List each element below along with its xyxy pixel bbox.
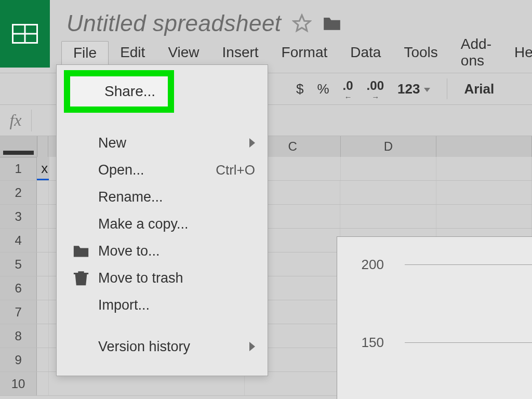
cell[interactable]: x [37,157,49,180]
menu-format[interactable]: Format [270,41,339,64]
menu-addons[interactable]: Add-ons [449,33,503,72]
cell[interactable] [340,205,436,228]
file-menu-make-copy[interactable]: Make a copy... [57,210,268,237]
row-header[interactable]: 10 [0,372,37,395]
column-header-e[interactable] [436,136,532,157]
select-all-corner[interactable] [0,136,37,157]
chart-y-tick: 200 [353,257,384,273]
row-header[interactable]: 2 [0,181,37,204]
star-icon[interactable] [292,14,312,33]
menu-view[interactable]: View [156,41,210,64]
file-menu-open-shortcut: Ctrl+O [216,162,255,178]
more-formats-button[interactable]: 123 [397,81,430,97]
file-menu-import-label: Import... [98,297,150,313]
increase-decimal-icon: .00 [367,78,384,93]
chevron-right-icon [249,342,255,351]
cell[interactable] [37,324,49,348]
file-menu-import[interactable]: Import... [57,291,268,318]
increase-decimal-button[interactable]: .00 → [367,78,384,99]
cell[interactable] [37,348,49,371]
file-menu-version-history[interactable]: Version history [57,333,268,360]
cell[interactable] [37,300,49,324]
currency-icon: $ [296,81,303,97]
file-menu-move-to[interactable]: Move to... [57,237,268,264]
sheets-logo[interactable] [0,0,50,68]
file-menu-share-label: Share... [104,83,155,100]
file-menu-make-copy-label: Make a copy... [98,216,189,232]
file-menu-move-to-trash[interactable]: Move to trash [57,264,268,291]
file-menu-new-label: New [98,135,126,151]
column-header-d[interactable]: D [341,136,436,157]
menu-insert[interactable]: Insert [211,41,270,64]
file-menu-new[interactable]: New [57,129,268,156]
font-family-label: Arial [464,81,494,97]
menu-file[interactable]: File [61,41,109,64]
header: Untitled spreadsheet File Edit View Inse… [0,0,532,68]
file-menu-rename-label: Rename... [98,189,163,205]
fx-label: fx [0,111,31,130]
cell[interactable] [436,157,532,180]
file-menu-rename[interactable]: Rename... [57,183,268,210]
row-header[interactable]: 8 [0,324,37,348]
row-header[interactable]: 6 [0,276,37,300]
folder-icon [72,242,90,260]
row-header[interactable]: 5 [0,252,37,276]
row-header[interactable]: 4 [0,229,37,252]
row-header[interactable]: 7 [0,300,37,324]
file-menu-version-history-label: Version history [98,339,190,355]
toolbar-separator [447,78,447,99]
menu-data[interactable]: Data [339,41,392,64]
tutorial-highlight: Share... [64,70,174,113]
decrease-decimal-icon: .0 [343,78,353,93]
arrow-left-icon: ← [344,95,352,99]
file-menu-share[interactable]: Share... [57,65,268,115]
file-menu-open-label: Open... [98,162,144,178]
row-header[interactable]: 1 [0,157,37,180]
row-header[interactable]: 3 [0,205,37,228]
file-menu-move-to-label: Move to... [98,243,160,259]
percent-icon: % [317,81,329,97]
decrease-decimal-button[interactable]: .0 ← [343,78,353,99]
sheets-logo-icon [12,24,38,44]
chart-gridline [405,264,532,265]
menu-help[interactable]: Help [503,41,532,64]
svg-marker-0 [294,15,310,31]
font-family-select[interactable]: Arial [464,81,494,97]
menu-edit[interactable]: Edit [109,41,156,64]
cell[interactable] [37,276,49,300]
trash-icon [72,269,90,287]
cell[interactable] [37,229,49,252]
format-percent-button[interactable]: % [317,81,329,97]
format-currency-button[interactable]: $ [296,81,303,97]
cell[interactable] [341,157,436,180]
cell[interactable] [340,181,436,204]
menubar: File Edit View Insert Format Data Tools … [61,41,527,64]
cell[interactable] [37,372,49,395]
chart-gridline [405,342,532,343]
cell[interactable] [37,205,49,228]
embedded-chart[interactable]: 200 150 [337,236,532,399]
menu-tools[interactable]: Tools [392,41,449,64]
more-formats-label: 123 [397,81,420,97]
move-folder-icon[interactable] [322,15,342,32]
file-menu-move-to-trash-label: Move to trash [98,270,183,286]
chevron-down-icon [424,88,430,92]
file-menu-open[interactable]: Open... Ctrl+O [57,156,268,183]
cell[interactable] [37,252,49,276]
chart-y-tick: 150 [353,335,384,351]
arrow-right-icon: → [371,95,379,99]
cell[interactable] [436,181,532,204]
chevron-right-icon [249,138,255,148]
formula-separator [31,110,32,131]
column-header-a[interactable]: A [37,136,48,157]
document-title[interactable]: Untitled spreadsheet [66,10,282,36]
file-menu-dropdown: Share... New Open... Ctrl+O Rename... Ma… [56,64,268,376]
cell[interactable] [37,181,49,204]
row-header[interactable]: 9 [0,348,37,371]
cell[interactable] [436,205,532,228]
chart-plot-area: 200 150 [353,247,532,399]
